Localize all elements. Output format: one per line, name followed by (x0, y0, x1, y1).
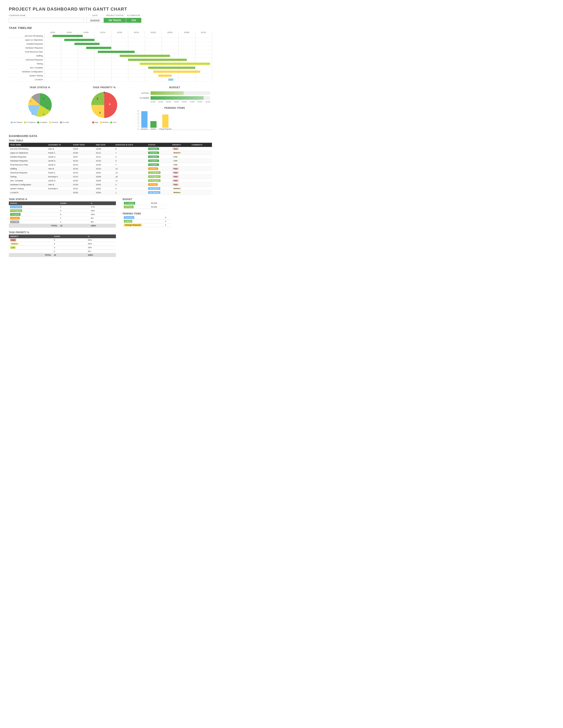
gantt-vline (128, 38, 128, 42)
status-pct: 17% (89, 205, 116, 209)
duration: 18 (114, 175, 147, 179)
pending-table-title: PENDING ITEMS (122, 212, 212, 215)
status-badge: Complete (148, 148, 159, 150)
right-data-tables: BUDGET PLANNED 80,000 ACTUAL 50,000 PEND… (122, 198, 212, 257)
gantt-vline (178, 46, 179, 50)
gantt-section: TASK TIMELINE 12/30 01/04 01/09 01/14 01… (9, 26, 212, 82)
status-label: In Progress (10, 209, 22, 212)
legend-dot-ip (24, 122, 26, 123)
gantt-bar (168, 79, 173, 81)
budget-actual-row: ACTUAL (139, 91, 210, 95)
th-duration: DURATION in days (114, 143, 147, 147)
duration: 2 (114, 187, 147, 191)
pending-actions-label: Actions (151, 128, 156, 130)
status-table-body: Not Started 2 17% In Progress 3 25% Comp… (9, 205, 116, 224)
gantt-task-label: Detailed Requests (9, 43, 44, 45)
gantt-col-0: 12/30 (44, 31, 61, 34)
task-name: Set Kick-Off Meeting (9, 147, 47, 151)
budget-value: 80,000 (150, 201, 167, 205)
th-assigned: ASSIGNED TO (47, 143, 72, 147)
task-status-legend: Not Started In Progress Complete Overdue… (9, 121, 71, 123)
gantt-col-1: 01/04 (61, 31, 78, 34)
status-badge: Not Started (148, 187, 160, 190)
status-name: In Progress (9, 209, 59, 213)
status-pct: 25% (89, 209, 116, 213)
gantt-row: Testing (9, 62, 212, 66)
list-item: Actions 2 (122, 220, 171, 223)
legend-label-comp: Complete (40, 121, 47, 123)
gantt-vline (128, 34, 128, 38)
task-priority-pie: 6 3 3 0 (89, 90, 120, 120)
list-item: Medium 3 25% (9, 242, 116, 246)
legend-medium: Medium (100, 121, 109, 123)
gantt-row: Set Kick-Off Meeting (9, 34, 212, 38)
pending-title: PENDING ITEMS (137, 107, 212, 109)
st-count-h: COUNT (59, 201, 90, 205)
priority-count: 0 (53, 250, 86, 253)
gantt-row: LAUNCH (9, 78, 212, 82)
budget-chart-bars: ACTUAL PLANNED 20,000 30,000 40,000 50,0… (137, 90, 212, 104)
legend-label-oh: On Hold (62, 121, 69, 123)
gantt-vline (94, 34, 95, 38)
budget-actual-label: ACTUAL (139, 92, 149, 94)
assigned-to: Alex B. (47, 167, 72, 171)
task-status-chart: TASK STATUS % 2 1 (9, 86, 71, 130)
duration: 5 (114, 159, 147, 163)
priority-badge: Medium (172, 187, 182, 190)
gantt-vline (195, 34, 195, 38)
start-date: 01/07 (72, 155, 95, 159)
gantt-vline (78, 54, 78, 58)
gantt-task-label: Agree on Objectives (9, 39, 44, 41)
priority-badge: Low (172, 159, 179, 162)
status-cell: Complete (147, 151, 171, 155)
priority-count: 3 (53, 246, 86, 250)
pending-type-label: Decisions (124, 216, 134, 219)
list-item: Not Started 2 17% (9, 205, 116, 209)
budget-planned-bar (150, 96, 203, 100)
gantt-vline (44, 34, 44, 38)
pending-label: Decisions (122, 216, 164, 220)
status-cell: On Hold (147, 183, 171, 187)
priority-badge: Low (172, 163, 179, 166)
y-2: 2 (137, 122, 138, 124)
gantt-row: Hardware Configuration (9, 70, 212, 74)
status-name: On Hold (9, 220, 59, 224)
priority-cell: High (171, 183, 190, 187)
start-date: 02/03 (72, 191, 95, 195)
status-total-pct: 100% (89, 224, 116, 228)
priority-count: 6 (53, 238, 86, 242)
st-pct-h: % (89, 201, 116, 205)
th-status: STATUS (147, 143, 171, 147)
budget-planned-row: PLANNED (139, 96, 210, 100)
priority-label-3a: 3 (99, 111, 100, 114)
end-date: 02/03 (95, 183, 114, 187)
complete-label: % COMPLETE (126, 14, 141, 17)
comments-cell (190, 179, 212, 183)
pending-value: 2 (164, 220, 171, 223)
task-priority-title: TASK PRIORITY % (73, 86, 135, 89)
end-date: 01/20 (95, 163, 114, 167)
budget-table: PLANNED 80,000 ACTUAL 50,000 (122, 201, 167, 209)
legend-dot-ns (11, 122, 13, 123)
gantt-task-label: System Testing (9, 75, 44, 77)
legend-complete: Complete (37, 121, 47, 123)
duration: 6 (114, 147, 147, 151)
priority-table-body: High 6 50% Medium 3 25% Low 3 25% 0 0% (9, 238, 116, 253)
gantt-task-label: Set Kick-Off Meeting (9, 35, 44, 37)
gantt-bar-area (44, 58, 212, 62)
priority-pct: 25% (86, 246, 116, 250)
campaign-input[interactable] (9, 18, 84, 23)
start-date: 01/19 (72, 171, 95, 175)
gantt-bar (158, 75, 172, 77)
status-name: Complete (9, 213, 59, 216)
status-cell: In Progress (147, 179, 171, 183)
status-cell: Complete (147, 155, 171, 159)
assigned-to: Alex B. (47, 183, 72, 187)
pending-y-axis: 6 5 4 3 2 1 0 (137, 110, 139, 130)
gantt-vline (78, 78, 78, 81)
axis-60k: 60,000 (182, 101, 186, 103)
y-3: 3 (137, 119, 138, 121)
right-charts: BUDGET ACTUAL PLANNED 20,000 30,000 40,0… (137, 86, 212, 130)
priority-label: High (10, 239, 16, 241)
end-date: 01/11 (95, 155, 114, 159)
